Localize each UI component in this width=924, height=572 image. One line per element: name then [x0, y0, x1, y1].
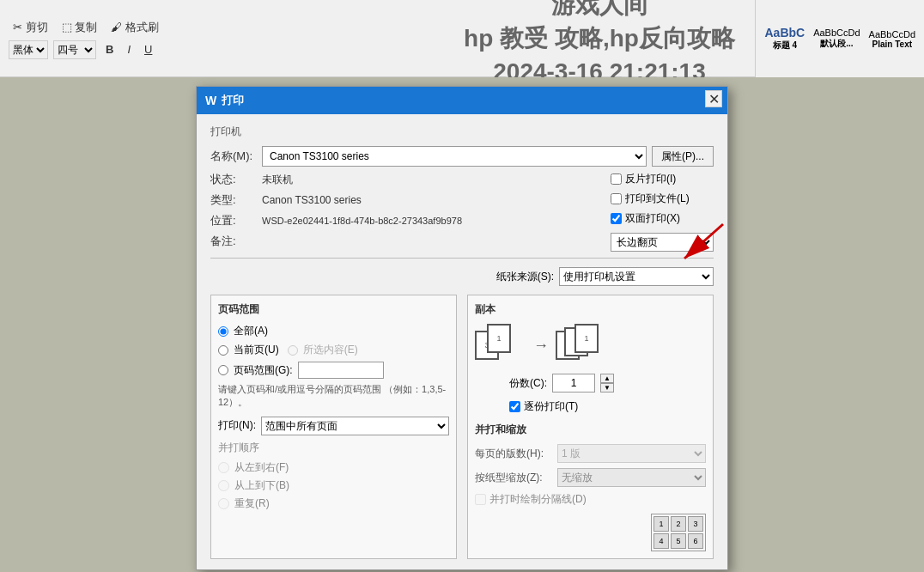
status-value: 未联机: [262, 173, 293, 187]
bottom-panels: 页码范围 全部(A) 当前页(U) 所选内: [210, 295, 714, 559]
italic-button[interactable]: I: [123, 41, 135, 58]
toolbar: ✂ 剪切 ⬚ 复制 🖌 格式刷 黑体 四号 B I U 游戏人间 hp 教受 攻…: [0, 0, 924, 77]
style-heading4[interactable]: AaBbC 标题 4: [764, 26, 805, 52]
close-button[interactable]: ✕: [705, 90, 722, 107]
dialog-titlebar: W 打印 ✕: [197, 87, 727, 114]
page-range-title: 页码范围: [218, 302, 449, 317]
name-row: 名称(M): Canon TS3100 series 属性(P)...: [210, 146, 714, 167]
selection-row: 所选内容(E): [288, 343, 358, 357]
parallel-order-title: 并打顺序: [218, 441, 449, 455]
paper-source-row: 纸张来源(S): 使用打印机设置: [210, 267, 714, 286]
current-selection-row: 当前页(U) 所选内容(E): [218, 343, 449, 362]
copies-count-label: 份数(C):: [509, 376, 547, 391]
reverse-print-row: 反片打印(I): [611, 172, 714, 186]
shrink-zoom-label: 按纸型缩放(Z):: [475, 471, 552, 485]
duplex-option-row: 长边翻页: [611, 233, 714, 252]
copies-down-button[interactable]: ▼: [600, 383, 614, 392]
printer-select[interactable]: Canon TS3100 series: [262, 146, 647, 167]
dialog-body: 打印机 名称(M): Canon TS3100 series 属性(P)... …: [197, 114, 727, 569]
hint-text: 请键入页码和/或用逗号分隔的页码范围 （例如：1,3,5-12）。: [218, 383, 449, 410]
repeat-radio[interactable]: [218, 498, 229, 509]
word-icon: W: [205, 94, 216, 107]
bold-button[interactable]: B: [101, 41, 118, 58]
format-brush-button[interactable]: 🖌 格式刷: [106, 18, 163, 37]
print-to-file-checkbox[interactable]: [611, 193, 622, 204]
grid-cell-6: 6: [688, 533, 703, 549]
copies-spinner: ▲ ▼: [600, 374, 614, 392]
collate-label: 逐份打印(T): [524, 399, 578, 414]
pages-per-sheet-row: 每页的版数(H): 1 版: [475, 444, 706, 463]
reverse-print-label: 反片打印(I): [625, 172, 676, 186]
page-icon-front: 1: [487, 324, 511, 353]
print-to-file-label: 打印到文件(L): [625, 192, 690, 206]
right-options: 反片打印(I) 打印到文件(L) 双面打印(X) 长边翻页: [611, 172, 714, 252]
top-to-bottom-radio[interactable]: [218, 480, 229, 491]
style-default[interactable]: AaBbCcDd 默认段...: [813, 27, 860, 50]
all-pages-label: 全部(A): [234, 324, 268, 338]
page-range-radio[interactable]: [218, 365, 228, 375]
repeat-label: 重复(R): [234, 496, 270, 511]
output-pages-icon: 3 2 1: [556, 324, 624, 367]
current-page-radio[interactable]: [218, 345, 228, 356]
arrow-right-icon: →: [533, 337, 549, 355]
pages-grid-container: 1 2 3 4 5 6: [475, 514, 706, 551]
page-range-panel: 页码范围 全部(A) 当前页(U) 所选内: [210, 295, 457, 559]
toolbar-btn-row-2: 黑体 四号 B I U: [9, 40, 163, 59]
name-label: 名称(M):: [210, 149, 262, 164]
selection-radio[interactable]: [288, 345, 298, 356]
print-to-file-row: 打印到文件(L): [611, 192, 714, 206]
dialog-overlay: W 打印 ✕ 打印机 名称(M): Canon TS3100 series 属性…: [0, 77, 924, 572]
repeat-row: 重复(R): [218, 496, 449, 511]
all-pages-radio[interactable]: [218, 326, 228, 337]
print-dropdown-row: 打印(N): 范围中所有页面: [218, 417, 449, 435]
draw-borders-label: 并打时绘制分隔线(D): [489, 492, 587, 507]
toolbar-left: ✂ 剪切 ⬚ 复制 🖌 格式刷 黑体 四号 B I U: [9, 18, 163, 59]
grid-cell-5: 5: [671, 533, 686, 549]
duplex-option-select[interactable]: 长边翻页: [611, 233, 714, 252]
copies-input[interactable]: [552, 374, 595, 392]
grid-cell-2: 2: [671, 516, 686, 532]
type-value: Canon TS3100 series: [262, 194, 362, 206]
left-to-right-label: 从左到右(F): [234, 460, 289, 475]
duplex-row: 双面打印(X): [611, 211, 714, 226]
doc-area: W 打印 ✕ 打印机 名称(M): Canon TS3100 series 属性…: [0, 77, 924, 572]
current-page-label: 当前页(U): [234, 343, 279, 357]
reverse-print-checkbox[interactable]: [611, 173, 622, 185]
grid-cell-4: 4: [653, 533, 669, 549]
draw-borders-checkbox[interactable]: [475, 494, 486, 505]
grid-cell-1: 1: [653, 516, 669, 532]
left-to-right-radio[interactable]: [218, 462, 229, 473]
printer-section-title: 打印机: [210, 125, 714, 139]
grid-cell-3: 3: [688, 516, 703, 532]
paper-source-select[interactable]: 使用打印机设置: [559, 267, 714, 286]
watermark-text: 游戏人间 hp 教受 攻略,hp反向攻略 2024-3-16 21:21:13: [464, 0, 735, 88]
copies-up-button[interactable]: ▲: [600, 374, 614, 383]
page-range-text-input[interactable]: [298, 362, 384, 379]
selection-label: 所选内容(E): [303, 343, 358, 357]
style-plain-text[interactable]: AaBbCcDd Plain Text: [869, 29, 915, 49]
parallel-title: 并打和缩放: [475, 423, 706, 437]
copies-count-row: 份数(C): ▲ ▼: [509, 374, 706, 392]
font-size-select[interactable]: 四号: [53, 40, 96, 59]
pages-grid: 1 2 3 4 5 6: [651, 514, 706, 551]
comment-label: 备注:: [210, 234, 262, 249]
status-row: 状态: 未联机 反片打印(I) 打印到文件(L): [210, 172, 714, 187]
properties-button[interactable]: 属性(P)...: [652, 146, 714, 167]
shrink-zoom-select[interactable]: 无缩放: [557, 468, 706, 487]
copies-title: 副本: [475, 302, 706, 317]
page-range-label: 页码范围(G):: [234, 363, 293, 378]
cut-button[interactable]: ✂ 剪切: [9, 18, 52, 37]
all-pages-row: 全部(A): [218, 324, 449, 338]
font-select[interactable]: 黑体: [9, 40, 48, 59]
collate-row: 逐份打印(T): [509, 399, 706, 414]
pages-per-sheet-select[interactable]: 1 版: [557, 444, 706, 463]
underline-button[interactable]: U: [140, 41, 156, 58]
duplex-checkbox[interactable]: [611, 213, 622, 224]
print-pages-select[interactable]: 范围中所有页面: [261, 417, 449, 435]
source-pages-icon: 3 1: [475, 324, 526, 367]
parallel-order-section: 并打顺序 从左到右(F) 从上到下(B) 重复(R): [218, 441, 449, 511]
copy-button[interactable]: ⬚ 复制: [58, 18, 102, 37]
draw-borders-row: 并打时绘制分隔线(D): [475, 492, 706, 507]
collate-checkbox[interactable]: [509, 401, 520, 412]
divider-1: [210, 258, 714, 259]
